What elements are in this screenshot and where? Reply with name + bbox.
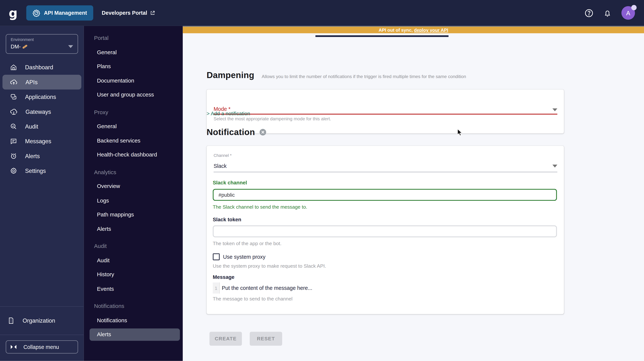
slack-token-label: Slack token [213, 217, 241, 223]
developers-portal-link[interactable]: Developers Portal [102, 10, 156, 16]
use-system-proxy-hint: Use the system proxy to make request to … [213, 263, 326, 269]
use-system-proxy-row: Use system proxy [213, 253, 266, 260]
help-button[interactable] [584, 8, 593, 17]
mode-select-hint: Select the most appropriate dampening mo… [214, 116, 331, 121]
sidebar-item-label: Settings [25, 167, 46, 174]
submenu-item-audit[interactable]: Audit [84, 254, 183, 268]
alarm-icon [10, 152, 17, 160]
gravitee-logo-icon[interactable]: g [4, 0, 22, 26]
notification-header: Notification [207, 127, 266, 137]
baguette-emoji-icon [22, 43, 28, 50]
submenu-item-notifications[interactable]: Notifications [84, 314, 183, 328]
use-system-proxy-label[interactable]: Use system proxy [223, 254, 266, 260]
reset-button[interactable]: RESET [250, 332, 282, 346]
sidebar-item-gateways[interactable]: Gateways [2, 104, 81, 119]
submenu-item-user-group-access[interactable]: User and group access [84, 88, 183, 102]
submenu-group-proxy: Proxy General Backend services Health-ch… [84, 105, 183, 162]
sidebar-item-alerts[interactable]: Alerts [2, 149, 81, 163]
deploy-your-api-link[interactable]: deploy your API [414, 27, 448, 32]
collapse-label: Collapse menu [24, 344, 59, 350]
organization-icon [8, 317, 15, 325]
channel-select-underline [214, 172, 557, 172]
gear-icon [10, 167, 17, 175]
notification-title: Notification [207, 127, 255, 137]
submenu-item-portal-general[interactable]: General [84, 45, 183, 60]
app-window: g API Management Developers Portal [0, 0, 644, 361]
bell-icon [604, 9, 612, 17]
submenu-item-notification-alerts[interactable]: Alerts [90, 329, 180, 341]
mode-select-underline[interactable] [214, 114, 557, 115]
slack-token-hint: The token of the app or the bot. [213, 241, 282, 246]
external-link-icon [150, 10, 156, 16]
sidebar-item-applications[interactable]: Applications [2, 89, 81, 104]
slack-token-input[interactable] [213, 225, 557, 237]
notifications-bell-button[interactable] [604, 9, 612, 17]
environment-selector[interactable]: Environment DM- [6, 34, 78, 54]
sidebar-item-label: Applications [25, 94, 56, 100]
dropdown-arrow-icon[interactable] [552, 108, 557, 111]
submenu-item-overview[interactable]: Overview [84, 179, 183, 194]
submenu-item-health-check-dashboard[interactable]: Health-check dashboard [84, 148, 183, 162]
help-icon [584, 8, 593, 17]
primary-sidebar: Environment DM- Dashboard [0, 26, 84, 361]
sidebar-item-organization[interactable]: Organization [0, 307, 84, 335]
sidebar-item-label: Audit [25, 123, 38, 130]
api-management-label: API Management [44, 10, 87, 16]
slack-channel-input[interactable] [213, 189, 557, 201]
dampening-card: Mode * Select the most appropriate dampe… [207, 89, 564, 133]
submenu-group-audit: Audit Audit History Events [84, 239, 183, 296]
collapse-menu-button[interactable]: Collapse menu [6, 340, 78, 354]
message-code-editor[interactable]: 1 Put the content of the message here... [213, 282, 312, 294]
sidebar-item-audit[interactable]: Audit [2, 119, 81, 134]
topbar: g API Management Developers Portal [0, 0, 644, 26]
submenu-item-plans[interactable]: Plans [84, 60, 183, 74]
submenu-item-proxy-general[interactable]: General [84, 119, 183, 134]
editor-content[interactable]: Put the content of the message here... [220, 282, 312, 294]
user-avatar[interactable]: A [622, 6, 635, 20]
submenu-item-logs[interactable]: Logs [84, 194, 183, 208]
sidebar-item-apis[interactable]: APIs [2, 75, 81, 89]
main-content: API out of sync, deploy your API Dampeni… [183, 26, 644, 361]
api-management-button[interactable]: API Management [26, 5, 93, 21]
organization-label: Organization [22, 318, 55, 324]
slack-channel-label: Slack channel [213, 180, 247, 186]
submenu-item-path-mappings[interactable]: Path mappings [84, 208, 183, 222]
gear-dial-icon [32, 9, 40, 17]
developers-portal-label: Developers Portal [102, 10, 147, 16]
message-label: Message [213, 274, 234, 280]
message-icon [10, 137, 17, 145]
sidebar-bottom: Organization Collapse menu [0, 306, 84, 361]
submenu-group-title: Notifications [84, 299, 183, 314]
sidebar-item-settings[interactable]: Settings [2, 163, 81, 178]
slack-channel-hint: The Slack channel to send the message to… [213, 204, 307, 210]
editor-line-number: 1 [213, 282, 220, 294]
avatar-status-badge [631, 5, 637, 10]
submenu-item-history[interactable]: History [84, 268, 183, 282]
user-initial: A [626, 9, 630, 16]
close-icon [261, 131, 264, 134]
submenu-group-title: Audit [84, 239, 183, 254]
submenu-item-events[interactable]: Events [84, 282, 183, 296]
submenu-item-analytics-alerts[interactable]: Alerts [84, 222, 183, 236]
collapse-icon [10, 345, 16, 349]
dampening-subtitle: Allows you to limit the number of notifi… [262, 74, 466, 79]
add-notification-link[interactable]: > Add a notification [207, 111, 250, 117]
sidebar-item-dashboard[interactable]: Dashboard [2, 60, 81, 75]
dropdown-arrow-icon[interactable] [552, 165, 557, 167]
environment-value: DM- [10, 43, 21, 50]
create-button[interactable]: CREATE [210, 332, 242, 346]
submenu-item-backend-services[interactable]: Backend services [84, 134, 183, 148]
cloud-download-icon [10, 108, 18, 116]
submenu-group-title: Proxy [84, 105, 183, 119]
sidebar-item-label: Alerts [25, 153, 40, 159]
sidebar-item-messages[interactable]: Messages [2, 134, 81, 149]
use-system-proxy-checkbox[interactable] [213, 253, 220, 260]
banner-text: API out of sync, [379, 27, 413, 32]
channel-select-value[interactable]: Slack [214, 163, 226, 169]
api-out-of-sync-banner: API out of sync, deploy your API [183, 27, 644, 33]
submenu-item-documentation[interactable]: Documentation [84, 74, 183, 88]
applications-icon [10, 93, 17, 101]
remove-notification-button[interactable] [260, 129, 266, 135]
search-check-icon [10, 123, 17, 130]
environment-label: Environment [10, 37, 73, 42]
